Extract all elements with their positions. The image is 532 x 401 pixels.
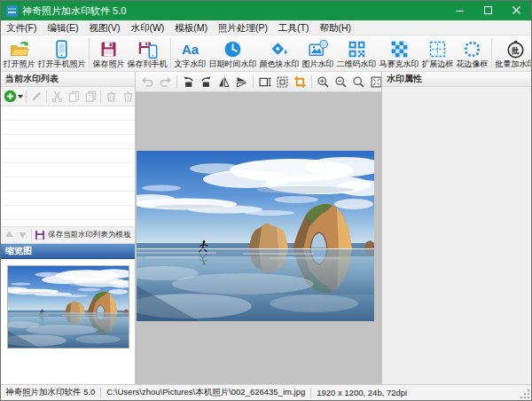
open-photo-folder-icon bbox=[9, 39, 29, 59]
toolbar-label: 保存到手机 bbox=[128, 59, 168, 68]
move-down-button[interactable] bbox=[17, 227, 28, 243]
app-window: 神奇照片加水印软件 5.0 文件(F) 编辑(E) 视图(V) 水印(W) 模板… bbox=[0, 0, 532, 401]
undo-icon bbox=[141, 75, 154, 89]
zoom-in-icon bbox=[317, 75, 330, 89]
minimize-button[interactable] bbox=[446, 1, 474, 20]
floppy-icon bbox=[35, 230, 45, 240]
toolbar-mosaic-watermark[interactable]: 马赛克水印 bbox=[378, 35, 420, 71]
cut-watermark-button[interactable] bbox=[49, 89, 65, 105]
menubar: 文件(F) 编辑(E) 视图(V) 水印(W) 模板(M) 照片处理(P) 工具… bbox=[1, 20, 531, 35]
menu-item-template[interactable]: 模板(M) bbox=[169, 20, 213, 35]
menu-item-help[interactable]: 帮助(H) bbox=[315, 20, 357, 35]
toolbar-open-photo[interactable]: 打开照片 bbox=[2, 35, 36, 71]
save-template-button[interactable]: 保存当前水印列表为模板 bbox=[35, 230, 131, 240]
flip-horizontal-icon bbox=[217, 75, 231, 89]
titlebar: 神奇照片加水印软件 5.0 bbox=[1, 1, 531, 20]
toolbar-label: 批量加水印 bbox=[496, 59, 532, 68]
toolbar-label: 花边像框 bbox=[457, 59, 489, 68]
delete-watermark-button[interactable] bbox=[103, 89, 119, 105]
statusbar-divider bbox=[310, 388, 311, 398]
scissors-icon bbox=[51, 90, 64, 103]
statusbar-file-path: C:\Users\zhou\Pictures\本机照片\002_626435_i… bbox=[106, 387, 305, 398]
watermark-properties-body bbox=[382, 87, 531, 384]
undo-button[interactable] bbox=[140, 75, 155, 90]
menu-item-tools[interactable]: 工具(T) bbox=[273, 20, 314, 35]
copy-watermark-button[interactable] bbox=[66, 89, 82, 105]
toolbar-label: 颜色块水印 bbox=[260, 59, 300, 68]
resize-image-button[interactable] bbox=[257, 75, 272, 90]
svg-text:Aa: Aa bbox=[182, 41, 200, 56]
toolbar-label: 打开照片 bbox=[4, 59, 35, 68]
maximize-icon bbox=[484, 6, 493, 15]
photo-canvas[interactable] bbox=[136, 92, 381, 384]
zoom-actual-size-button[interactable] bbox=[351, 75, 366, 90]
toolbar-color-block-watermark[interactable]: 颜色块水印 bbox=[258, 35, 301, 71]
copy-icon bbox=[67, 90, 81, 103]
rotate-left-button[interactable] bbox=[181, 75, 196, 90]
statusbar: 神奇照片加水印软件 5.0 C:\Users\zhou\Pictures\本机照… bbox=[1, 384, 531, 400]
move-up-button[interactable] bbox=[4, 227, 15, 243]
redo-button[interactable] bbox=[158, 75, 173, 90]
batch-watermark-icon: 批 bbox=[505, 39, 526, 59]
resize-grip[interactable] bbox=[520, 389, 530, 399]
edit-watermark-button[interactable] bbox=[28, 89, 44, 105]
menu-item-watermark[interactable]: 水印(W) bbox=[125, 20, 169, 35]
toolbar-qrcode-watermark[interactable]: 二维码水印 bbox=[335, 35, 378, 71]
add-watermark-button[interactable] bbox=[3, 89, 24, 105]
photo-image[interactable] bbox=[137, 151, 374, 321]
toolbar-separator bbox=[26, 90, 27, 103]
toolbar-lace-frame[interactable]: 花边像框 bbox=[455, 35, 489, 71]
toolbar-image-watermark[interactable]: 印 图片水印 bbox=[301, 35, 335, 71]
menu-item-view[interactable]: 视图(V) bbox=[83, 20, 125, 35]
redo-icon bbox=[159, 75, 172, 89]
toolbar-open-phone-photo[interactable]: 打开手机照片 bbox=[36, 35, 87, 71]
canvas-size-icon bbox=[276, 75, 289, 89]
image-watermark-icon: 印 bbox=[308, 39, 328, 59]
menu-item-photo-process[interactable]: 照片处理(P) bbox=[213, 20, 273, 35]
watermark-list-toolbar bbox=[1, 87, 135, 106]
paste-watermark-button[interactable] bbox=[82, 89, 98, 105]
photo-thumbnail[interactable] bbox=[7, 265, 129, 349]
clear-watermarks-button[interactable] bbox=[120, 89, 136, 105]
main-area: 当前水印列表 bbox=[1, 72, 531, 384]
thumbnail-header: 缩览图 bbox=[1, 244, 135, 259]
pencil-icon bbox=[30, 90, 43, 103]
rotate-left-icon bbox=[182, 75, 195, 89]
canvas-size-button[interactable] bbox=[275, 75, 290, 90]
flip-horizontal-button[interactable] bbox=[216, 75, 231, 90]
trash-icon bbox=[105, 90, 118, 103]
flip-vertical-button[interactable] bbox=[234, 75, 249, 90]
toolbar-label: 打开手机照片 bbox=[38, 59, 86, 68]
rotate-right-button[interactable] bbox=[199, 75, 214, 90]
statusbar-app-version: 神奇照片加水印软件 5.0 bbox=[5, 387, 95, 398]
toolbar-save-photo[interactable]: 保存照片 bbox=[91, 35, 126, 71]
toolbar-datetime-watermark[interactable]: 日期时间水印 bbox=[207, 35, 258, 71]
chevron-down-icon bbox=[18, 95, 23, 98]
close-button[interactable] bbox=[503, 1, 531, 20]
svg-text:印: 印 bbox=[321, 41, 326, 46]
toolbar-save-to-phone[interactable]: 保存到手机 bbox=[126, 35, 168, 71]
flip-vertical-icon bbox=[235, 75, 248, 89]
left-panel: 当前水印列表 bbox=[1, 72, 136, 384]
toolbar-extend-border[interactable]: 扩展边框 bbox=[420, 35, 455, 71]
zoom-in-button[interactable] bbox=[316, 75, 331, 90]
statusbar-image-info: 1920 x 1200, 24b, 72dpi bbox=[317, 388, 407, 397]
app-icon bbox=[6, 5, 18, 17]
zoom-out-button[interactable] bbox=[333, 75, 348, 90]
watermark-list[interactable] bbox=[1, 106, 135, 227]
menu-item-file[interactable]: 文件(F) bbox=[1, 20, 42, 35]
toolbar-separator bbox=[100, 90, 101, 103]
thumbnail-image bbox=[8, 266, 129, 348]
extend-border-icon bbox=[427, 39, 448, 59]
maximize-button[interactable] bbox=[474, 1, 503, 20]
add-icon bbox=[4, 90, 17, 103]
toolbar-batch-watermark[interactable]: 批 批量加水印 bbox=[494, 35, 531, 71]
toolbar-text-watermark[interactable]: Aa 文字水印 bbox=[173, 35, 207, 71]
menu-item-edit[interactable]: 编辑(E) bbox=[42, 20, 83, 35]
toolbar-separator bbox=[176, 75, 177, 88]
crop-button[interactable] bbox=[293, 75, 308, 90]
minimize-icon bbox=[456, 6, 465, 15]
trash-icon bbox=[121, 90, 135, 103]
zoom-actual-size-icon bbox=[352, 75, 365, 89]
main-toolbar: 打开照片 打开手机照片 保存照片 bbox=[1, 35, 531, 72]
